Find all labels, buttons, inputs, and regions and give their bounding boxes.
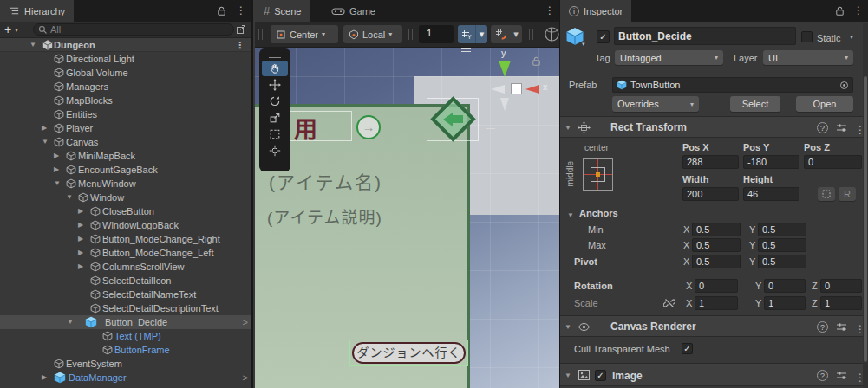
tab-inspector[interactable]: i Inspector xyxy=(560,0,631,22)
raw-edit-button[interactable]: R xyxy=(839,187,856,201)
transform-tool-button[interactable] xyxy=(262,143,288,158)
pivot-x-field[interactable]: 0.5 xyxy=(692,255,741,268)
hierarchy-row-buttonframe[interactable]: ButtonFrame xyxy=(0,343,251,357)
foldout-icon[interactable]: ▼ xyxy=(565,372,571,379)
pivot-mode-dropdown[interactable]: Center ▾ xyxy=(271,25,338,43)
hierarchy-row-entities[interactable]: Entities xyxy=(0,107,251,121)
foldout-icon[interactable]: ▶ xyxy=(42,371,47,385)
hierarchy-row-selectdetailicon[interactable]: SelectDetailIcon xyxy=(0,274,251,288)
more-menu-icon[interactable]: ⋮ xyxy=(236,0,246,22)
increment-snap-button[interactable] xyxy=(491,25,510,43)
prefab-field[interactable]: TownButton xyxy=(612,77,853,93)
height-field[interactable]: 46 xyxy=(743,187,799,201)
layer-dropdown[interactable]: UI ▾ xyxy=(763,50,853,65)
grid-snap-dropdown[interactable]: ▾ xyxy=(475,25,487,43)
foldout-icon[interactable]: ▶ xyxy=(78,204,83,218)
orientation-dropdown[interactable]: Local ▾ xyxy=(343,25,402,43)
hand-tool-button[interactable] xyxy=(262,61,288,76)
hierarchy-row-eventsystem[interactable]: EventSystem xyxy=(0,357,251,371)
help-icon[interactable]: ? xyxy=(817,321,828,333)
foldout-icon[interactable]: ▶ xyxy=(54,163,59,177)
tab-scene[interactable]: # Scene xyxy=(255,0,310,22)
prefab-expand-chevron[interactable]: > xyxy=(243,371,248,385)
image-header[interactable]: ▼ ✓ Image ? ⋮ xyxy=(560,363,868,386)
palette-drag-handle[interactable] xyxy=(269,55,281,58)
rotate-tool-button[interactable] xyxy=(262,94,288,109)
help-icon[interactable]: ? xyxy=(817,370,828,381)
foldout-icon[interactable]: ▶ xyxy=(78,260,83,274)
hierarchy-row-datamanager[interactable]: ▶DataManager> xyxy=(0,371,251,385)
presets-icon[interactable] xyxy=(836,122,847,133)
foldout-icon[interactable]: ▶ xyxy=(54,149,59,163)
more-menu-icon[interactable]: ⋮ xyxy=(235,38,245,52)
broken-link-icon[interactable] xyxy=(663,297,675,309)
foldout-icon[interactable]: ▶ xyxy=(78,218,83,232)
presets-icon[interactable] xyxy=(836,370,847,381)
increment-snap-dropdown[interactable]: ▾ xyxy=(510,25,522,43)
static-dropdown-chevron[interactable]: ▾ xyxy=(850,33,853,41)
anchors-min-x-field[interactable]: 0.5 xyxy=(692,223,741,236)
foldout-icon[interactable]: ▼ xyxy=(565,124,571,132)
hierarchy-row-encountgageback[interactable]: ▶EncountGageBack xyxy=(0,163,251,177)
rect-transform-header[interactable]: ▼ Rect Transform ? ⋮ xyxy=(560,116,868,138)
inspector-scrollbar[interactable] xyxy=(863,23,868,388)
pos-x-field[interactable]: 288 xyxy=(682,155,739,169)
scrollbar-thumb[interactable] xyxy=(864,76,867,362)
hierarchy-row-player[interactable]: ▶Player xyxy=(0,121,251,135)
anchor-preset-button[interactable] xyxy=(583,158,613,191)
more-menu-icon[interactable]: ⋮ xyxy=(545,0,555,22)
help-icon[interactable]: ? xyxy=(817,122,828,133)
hierarchy-row-minimapback[interactable]: ▶MiniMapBack xyxy=(0,149,251,163)
icon-picker-chevron[interactable]: ▾ xyxy=(582,41,585,48)
hierarchy-row-window[interactable]: ▼Window xyxy=(0,191,251,204)
pivot-y-field[interactable]: 0.5 xyxy=(758,255,806,268)
tab-hierarchy[interactable]: Hierarchy xyxy=(0,0,74,22)
move-tool-button[interactable] xyxy=(262,77,288,93)
more-menu-icon[interactable]: ⋮ xyxy=(853,0,864,22)
gameobject-name-field[interactable]: Button_Decide xyxy=(614,27,796,45)
rect-tool-button[interactable] xyxy=(262,126,288,142)
rotation-x-field[interactable]: 0 xyxy=(695,279,738,293)
width-field[interactable]: 200 xyxy=(682,187,739,201)
scene-viewport[interactable]: 用 → (アイテム名) (アイテム説明) ダンジョンへ行く xyxy=(255,48,559,388)
anchors-max-x-field[interactable]: 0.5 xyxy=(692,238,741,252)
hierarchy-row-selectdetaildescriptiontext[interactable]: SelectDetailDescriptionText xyxy=(0,301,251,315)
overlay-handle[interactable] xyxy=(486,126,495,129)
hierarchy-row-mapblocks[interactable]: MapBlocks xyxy=(0,94,251,107)
gizmo-center-handle[interactable] xyxy=(511,83,522,94)
pos-z-field[interactable]: 0 xyxy=(804,155,862,169)
hierarchy-row-closebutton[interactable]: ▶CloseButton xyxy=(0,204,251,218)
hierarchy-row-button-decide[interactable]: ▼Button_Decide> xyxy=(0,315,251,329)
anchors-min-y-field[interactable]: 0.5 xyxy=(758,223,806,236)
hierarchy-row-windowlogoback[interactable]: ▶WindowLogoBack xyxy=(0,218,251,232)
rotation-y-field[interactable]: 0 xyxy=(764,279,806,293)
hierarchy-row-text-tmp-[interactable]: Text (TMP) xyxy=(0,329,251,343)
hierarchy-row-selectdetailnametext[interactable]: SelectDetailNameText xyxy=(0,288,251,301)
hierarchy-row-global-volume[interactable]: Global Volume xyxy=(0,66,251,80)
static-checkbox[interactable] xyxy=(801,31,813,42)
hierarchy-row-directional-light[interactable]: Directional Light xyxy=(0,52,251,66)
foldout-icon[interactable]: ▼ xyxy=(565,323,571,331)
canvas-renderer-header[interactable]: ▼ Canvas Renderer ? ⋮ xyxy=(560,315,868,337)
blueprint-mode-button[interactable] xyxy=(818,187,835,201)
grid-snap-button[interactable]: Y xyxy=(458,25,475,43)
foldout-icon[interactable]: ▼ xyxy=(54,177,61,191)
foldout-icon[interactable]: ▼ xyxy=(29,38,36,52)
anchors-max-y-field[interactable]: 0.5 xyxy=(758,238,806,252)
foldout-icon[interactable]: ▶ xyxy=(78,232,83,246)
hierarchy-row-managers[interactable]: Managers xyxy=(0,80,251,94)
foldout-icon[interactable]: ▼ xyxy=(42,135,49,149)
hierarchy-row-columnsscrollview[interactable]: ▶ColumnsScrollView xyxy=(0,260,251,274)
lock-icon[interactable] xyxy=(216,5,227,16)
foldout-icon[interactable]: ▼ xyxy=(567,211,574,219)
foldout-icon[interactable]: ▼ xyxy=(66,191,73,204)
prefab-expand-chevron[interactable]: > xyxy=(243,315,248,329)
add-gameobject-button[interactable]: + ▾ xyxy=(4,23,18,36)
overrides-dropdown[interactable]: Overrides ▾ xyxy=(612,96,699,112)
open-new-window-icon[interactable] xyxy=(236,24,246,35)
overlay-handle[interactable] xyxy=(461,48,471,52)
camera-settings-button[interactable] xyxy=(544,26,561,42)
foldout-icon[interactable]: ▶ xyxy=(78,246,83,260)
prefab-open-button[interactable]: Open xyxy=(796,96,853,112)
scale-z-field[interactable]: 1 xyxy=(820,296,862,310)
